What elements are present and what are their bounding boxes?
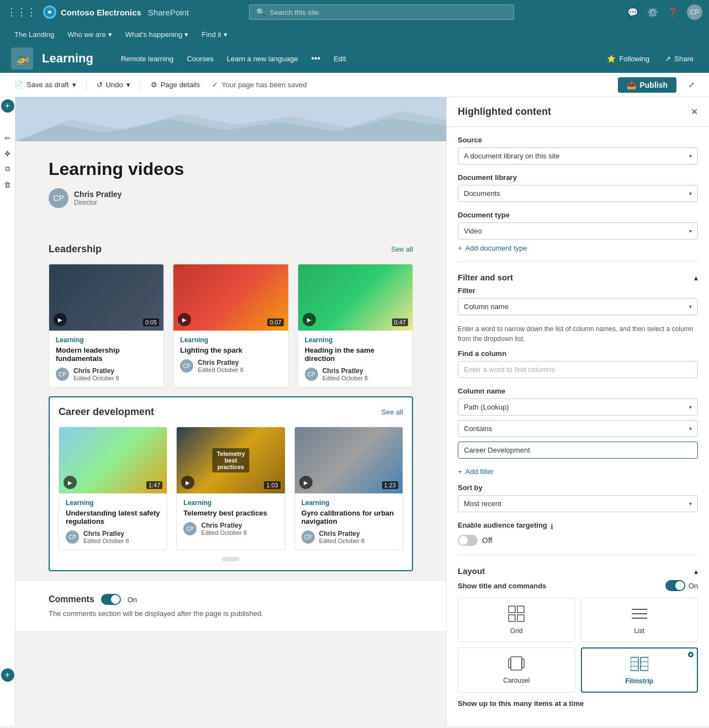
filter-sort-section: Filter and sort ▴ Filter Column name ▾ E… [458,268,698,546]
check-icon: ✓ [212,81,218,89]
audience-targeting-state: Off [482,536,492,545]
layout-options: Grid List [458,598,698,693]
audience-targeting-toggle[interactable] [458,535,478,546]
sort-by-select[interactable]: Most recent ▾ [458,495,698,512]
nav-item-landing[interactable]: The Landing [9,28,60,41]
close-panel-button[interactable]: ✕ [691,107,698,117]
video-thumbnail: ▶ 0:05 [49,264,163,331]
video-card: Telemetrybestpractices ▶ 1:03 Learning T… [176,427,285,550]
share-button[interactable]: ↗ Share [660,52,698,65]
play-button[interactable]: ▶ [299,476,313,489]
user-avatar[interactable]: CP [687,4,702,20]
audience-targeting-info-icon[interactable]: ℹ [551,523,553,531]
notifications-icon[interactable]: 💬 [627,7,638,18]
nav-remote-learning[interactable]: Remote learning [115,52,179,65]
column-name-select[interactable]: Path (Lookup) ▾ [458,398,698,416]
document-type-select[interactable]: Video ▾ [458,222,698,240]
video-duration: 0:47 [392,318,408,326]
comments-header: Comments On [49,594,413,605]
search-input[interactable] [270,8,507,17]
find-column-input[interactable] [458,361,698,378]
undo-dropdown-icon[interactable]: ▾ [126,81,130,89]
side-delete-icon[interactable]: 🗑 [1,178,14,191]
search-icon: 🔍 [256,8,266,17]
video-author: CP Chris Pratley Edited October 8 [305,367,406,381]
video-edited-date: Edited October 8 [322,375,368,381]
layout-section-header[interactable]: Layout ▴ [458,562,698,580]
more-nav-items-button[interactable]: ••• [305,51,326,66]
page-details-button[interactable]: ⚙ Page details [145,77,206,92]
side-edit-icon[interactable]: ✏ [1,131,14,145]
nav-item-whats-happening[interactable]: What's happening ▾ [120,28,194,41]
source-select[interactable]: A document library on this site ▾ [458,147,698,164]
source-value: A document library on this site [464,152,559,160]
comments-toggle[interactable] [101,594,121,605]
side-toolbar: + ✏ ✥ ⧉ 🗑 + [0,97,15,726]
comments-title: Comments [49,594,94,604]
play-button[interactable]: ▶ [64,476,77,489]
side-move-icon[interactable]: ✥ [1,147,14,160]
video-info: Learning Understanding latest safety reg… [59,493,167,550]
save-draft-dropdown-icon[interactable]: ▾ [72,81,76,89]
toggle-knob [459,536,468,545]
nav-courses[interactable]: Courses [181,52,219,65]
page-navigation: Remote learning Courses Learn a new lang… [115,51,352,66]
carousel-layout-icon [507,655,525,672]
condition-select[interactable]: Contains ▾ [458,420,698,437]
video-author-name: Chris Pratley [322,367,368,375]
document-library-label: Document library [458,173,698,182]
add-section-top-button[interactable]: + [1,99,14,113]
side-copy-icon[interactable]: ⧉ [1,162,14,176]
edit-button[interactable]: Edit [328,52,351,65]
following-button[interactable]: ⭐ Following [602,52,654,65]
nav-item-find-it[interactable]: Find it ▾ [196,28,232,41]
page-icon: 🚁 [11,47,33,70]
nav-learn-language[interactable]: Learn a new language [221,52,304,65]
drag-handle[interactable] [222,557,240,561]
video-tag: Learning [183,499,278,507]
toolbar-separator-1 [86,79,87,91]
search-box[interactable]: 🔍 [249,4,514,20]
play-button[interactable]: ▶ [181,476,194,489]
leadership-see-all-link[interactable]: See all [391,245,413,253]
play-button[interactable]: ▶ [303,313,316,326]
section-divider [458,261,698,262]
publish-button[interactable]: 📤 Publish [618,77,676,93]
filter-value: Column name [464,302,509,311]
layout-option-list[interactable]: List [581,598,699,642]
layout-option-carousel[interactable]: Carousel [458,647,575,693]
add-filter-link[interactable]: + Add filter [458,467,698,476]
filter-term-input[interactable] [458,442,698,459]
layout-option-grid[interactable]: Grid [458,598,575,642]
toggle-knob [111,595,120,604]
video-card: ▶ 1:23 Learning Gyro calibrations for ur… [294,427,403,550]
nav-item-whoweare[interactable]: Who we are ▾ [62,28,117,41]
career-see-all-link[interactable]: See all [381,408,403,416]
sort-by-field: Sort by Most recent ▾ [458,483,698,512]
expand-button[interactable]: ⤢ [683,77,700,92]
app-launcher-button[interactable]: ⋮⋮⋮ [7,6,36,18]
undo-button[interactable]: ↺ Undo ▾ [91,77,136,92]
filter-select[interactable]: Column name ▾ [458,298,698,315]
play-button[interactable]: ▶ [178,313,191,326]
company-name: Contoso Electronics [61,8,141,17]
source-label: Source [458,136,698,144]
plus-icon: + [458,467,462,476]
video-author-name: Chris Pratley [73,367,119,375]
settings-icon[interactable]: ⚙️ [647,7,658,18]
help-icon[interactable]: ❓ [667,7,678,18]
play-button[interactable]: ▶ [54,313,67,326]
svg-rect-12 [522,659,524,668]
show-title-toggle[interactable] [665,580,685,591]
video-title: Modern leadership fundamentals [56,346,157,363]
save-draft-button[interactable]: 📄 Save as draft ▾ [9,77,82,92]
add-section-bottom-button[interactable]: + [1,668,14,682]
column-name-value: Path (Lookup) [464,403,509,411]
layout-option-filmstrip[interactable]: Filmstrip [581,647,699,693]
list-layout-label: List [634,627,644,635]
filter-sort-header[interactable]: Filter and sort ▴ [458,268,698,286]
panel-title: Highlighted content [458,106,551,118]
document-type-value: Video [464,227,482,235]
document-library-select[interactable]: Documents ▾ [458,185,698,202]
add-document-type-link[interactable]: + Add document type [458,244,698,252]
